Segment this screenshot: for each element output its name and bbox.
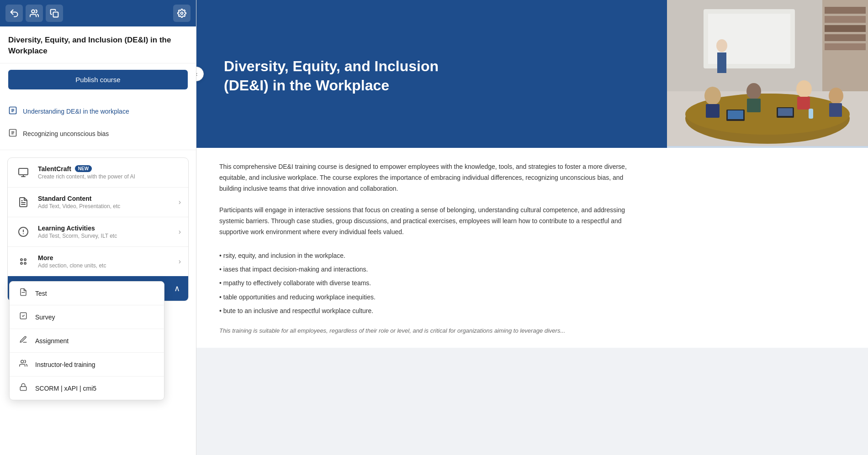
svg-rect-24 (825, 25, 866, 32)
svg-rect-42 (778, 108, 793, 116)
more-subtitle: Add section, clone units, etc (38, 262, 172, 269)
nav-icon-bias (8, 128, 17, 140)
dropdown-assignment[interactable]: Assignment (10, 329, 164, 353)
more-arrow: › (179, 257, 181, 266)
dropdown-survey[interactable]: Survey (10, 305, 164, 329)
objective-3: • mpathy to effectively collaborate with… (219, 276, 845, 290)
sidebar: Diversity, Equity, and Inclusion (DE&I) … (0, 0, 196, 455)
svg-point-2 (181, 12, 183, 15)
nav-item-dei-label: Understanding DE&I in the workplace (23, 108, 129, 115)
ilt-label: Instructor-led training (35, 361, 95, 368)
objective-2: • iases that impact decision-making and … (219, 262, 845, 276)
sidebar-top-bar (0, 0, 196, 26)
svg-rect-40 (728, 110, 743, 119)
users-button[interactable] (26, 5, 43, 22)
nav-icon-dei (8, 106, 17, 117)
standard-content-text: Standard Content Add Text, Video, Presen… (38, 195, 172, 209)
publish-button[interactable]: Publish course (8, 70, 188, 89)
sidebar-item-dei[interactable]: Understanding DE&I in the workplace (0, 100, 196, 123)
svg-rect-16 (20, 387, 26, 390)
svg-point-37 (829, 88, 843, 104)
dropdown-scorm[interactable]: SCORM | xAPI | cmi5 (10, 377, 164, 400)
svg-rect-34 (747, 99, 761, 112)
back-button[interactable] (5, 5, 23, 22)
scorm-icon (18, 383, 29, 393)
objective-4: • table opportunities and reducing workp… (219, 290, 845, 304)
survey-icon (18, 312, 29, 322)
dropdown-menu: Test Survey Assignment Instructor-led tr… (9, 281, 164, 400)
svg-rect-36 (797, 97, 810, 110)
objective-5: • bute to an inclusive and respectful wo… (219, 304, 845, 318)
new-badge: NEW (75, 165, 92, 172)
sidebar-nav: Understanding DE&I in the workplace Reco… (0, 96, 196, 150)
learning-activities-text: Learning Activities Add Test, Scorm, Sur… (38, 225, 172, 239)
nav-item-bias-label: Recognizing unconscious bias (23, 130, 109, 137)
svg-rect-43 (809, 109, 813, 119)
add-panel: TalentCraft NEW Create rich content, wit… (7, 157, 189, 301)
svg-rect-22 (825, 7, 866, 14)
bottom-note: This training is suitable for all employ… (219, 327, 845, 334)
copy-button[interactable] (46, 5, 63, 22)
svg-rect-1 (53, 12, 58, 17)
hero-section: Diversity, Equity, and Inclusion (DE&I) … (196, 0, 868, 148)
svg-point-15 (21, 360, 24, 363)
sidebar-title-area: Diversity, Equity, and Inclusion (DE&I) … (0, 26, 196, 63)
svg-rect-23 (825, 16, 866, 23)
svg-point-27 (716, 39, 727, 52)
content-area: This comprehensive DE&I training course … (196, 148, 868, 348)
hero-image-svg (667, 0, 868, 146)
main-content: Diversity, Equity, and Inclusion (DE&I) … (196, 0, 868, 455)
svg-rect-28 (717, 52, 726, 73)
standard-content-icon (15, 194, 32, 210)
add-panel-standard[interactable]: Standard Content Add Text, Video, Presen… (8, 188, 188, 217)
learning-activities-subtitle: Add Test, Scorm, Survey, ILT etc (38, 233, 172, 239)
add-panel-more[interactable]: More Add section, clone units, etc › (8, 247, 188, 276)
settings-button[interactable] (173, 5, 191, 22)
svg-point-35 (796, 80, 812, 98)
svg-rect-38 (829, 103, 842, 117)
test-icon (18, 288, 29, 298)
svg-point-33 (746, 83, 761, 99)
standard-content-arrow: › (179, 198, 181, 206)
svg-rect-26 (825, 43, 866, 50)
add-panel-learning[interactable]: Learning Activities Add Test, Scorm, Sur… (8, 217, 188, 247)
talentcraft-icon (15, 164, 32, 181)
talentcraft-subtitle: Create rich content, with the power of A… (38, 173, 181, 180)
assignment-label: Assignment (35, 337, 69, 345)
hero-title: Diversity, Equity, and Inclusion (DE&I) … (224, 57, 480, 95)
add-footer-chevron-icon: ∧ (174, 283, 180, 293)
course-description: This comprehensive DE&I training course … (219, 162, 630, 238)
svg-point-31 (704, 87, 721, 105)
svg-rect-25 (825, 34, 866, 41)
learning-activities-arrow: › (179, 228, 181, 236)
svg-rect-32 (706, 104, 720, 118)
survey-label: Survey (35, 314, 55, 321)
svg-point-0 (32, 10, 35, 13)
svg-point-9 (21, 259, 22, 261)
course-title: Diversity, Equity, and Inclusion (DE&I) … (8, 35, 188, 57)
learning-objectives: • rsity, equity, and inclusion in the wo… (219, 249, 845, 318)
add-panel-talentcraft[interactable]: TalentCraft NEW Create rich content, wit… (8, 158, 188, 188)
more-icon (15, 253, 32, 270)
standard-content-title: Standard Content (38, 195, 172, 202)
more-title: More (38, 254, 172, 261)
svg-point-12 (24, 262, 26, 264)
ilt-icon (18, 359, 29, 370)
dropdown-ilt[interactable]: Instructor-led training (10, 353, 164, 377)
hero-image (667, 0, 868, 148)
assignment-icon (18, 335, 29, 346)
learning-activities-title: Learning Activities (38, 225, 172, 232)
dropdown-test[interactable]: Test (10, 282, 164, 305)
sidebar-item-bias[interactable]: Recognizing unconscious bias (0, 123, 196, 145)
standard-content-subtitle: Add Text, Video, Presentation, etc (38, 203, 172, 209)
hero-text: Diversity, Equity, and Inclusion (DE&I) … (196, 0, 667, 148)
svg-point-11 (21, 262, 22, 264)
scorm-label: SCORM | xAPI | cmi5 (35, 385, 96, 392)
learning-activities-icon (15, 224, 32, 240)
objective-1: • rsity, equity, and inclusion in the wo… (219, 249, 845, 262)
talentcraft-title: TalentCraft NEW (38, 165, 181, 173)
test-label: Test (35, 290, 47, 297)
more-text: More Add section, clone units, etc (38, 254, 172, 269)
svg-point-10 (24, 259, 26, 261)
svg-rect-5 (19, 168, 28, 175)
